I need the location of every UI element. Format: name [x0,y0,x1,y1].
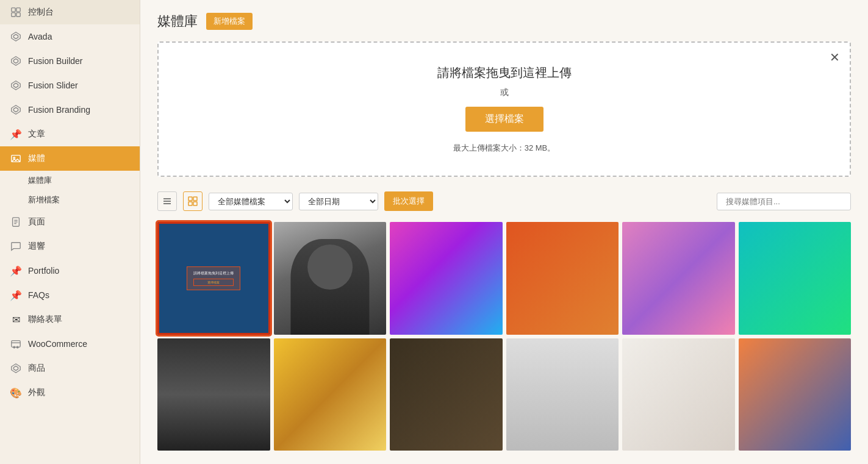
svg-rect-28 [188,202,192,205]
sidebar-item-faqs[interactable]: 📌 FAQs [0,283,140,307]
svg-marker-6 [12,57,20,65]
sidebar-item-label: 迴響 [28,241,45,252]
dashboard-icon [10,6,22,18]
media-icon [10,152,22,165]
sidebar-item-fusion-branding[interactable]: Fusion Branding [0,98,140,122]
sidebar-item-portfolio[interactable]: 📌 Portfolio [0,259,140,283]
svg-marker-10 [12,105,20,114]
fusion-builder-icon [10,55,22,67]
sidebar-item-label: 頁面 [28,216,45,227]
grid-view-button[interactable] [183,191,203,211]
svg-rect-1 [16,8,20,12]
list-view-button[interactable] [157,191,177,211]
svg-rect-29 [193,202,197,205]
sidebar-item-fusion-builder[interactable]: Fusion Builder [0,49,140,73]
sidebar-item-label: 聯絡表單 [28,314,62,325]
sidebar-item-label: Avada [28,32,52,41]
faqs-icon: 📌 [10,289,22,301]
svg-rect-2 [12,13,15,16]
sidebar-item-label: 外觀 [28,387,45,398]
file-size-hint: 最大上傳檔案大小：32 MB。 [171,143,838,154]
portfolio-icon: 📌 [10,265,22,277]
media-grid: 請將檔案拖曳到這裡上傳 選擇檔案 [157,222,851,451]
page-header: 媒體庫 新增檔案 [157,12,851,30]
page-title: 媒體庫 [157,12,198,30]
close-upload-button[interactable]: ✕ [830,50,840,65]
sidebar-item-comments[interactable]: 迴響 [0,234,140,259]
media-item-12[interactable] [739,338,852,451]
media-item-7[interactable] [157,338,270,451]
pages-icon [10,216,22,228]
main-content: 媒體庫 新增檔案 ✕ 請將檔案拖曳到這裡上傳 或 選擇檔案 最大上傳檔案大小：3… [140,0,868,464]
svg-marker-4 [12,32,20,41]
media-type-filter[interactable]: 全部媒體檔案 圖片 影片 [209,193,293,210]
fusion-slider-icon [10,79,22,91]
media-item-11[interactable] [622,338,735,451]
media-item-10[interactable] [506,338,619,451]
date-filter[interactable]: 全部日期 2024年1月 2023年12月 [299,193,378,210]
sidebar-item-products[interactable]: 商品 [0,356,140,380]
sidebar-item-label: Fusion Builder [28,56,83,66]
svg-marker-5 [13,34,18,38]
sidebar-item-label: WooCommerce [28,339,87,349]
svg-marker-8 [12,81,20,90]
sidebar-item-label: 文章 [28,129,45,140]
media-item-1[interactable]: 請將檔案拖曳到這裡上傳 選擇檔案 [157,222,270,335]
woocommerce-icon [10,338,22,350]
svg-marker-22 [13,366,18,370]
sidebar-item-posts[interactable]: 📌 文章 [0,122,140,146]
products-icon [10,362,22,374]
bulk-select-button[interactable]: 批次選擇 [384,191,433,211]
select-file-button[interactable]: 選擇檔案 [465,107,543,132]
sidebar-sub-media-library[interactable]: 媒體庫 [0,171,140,190]
media-item-4[interactable] [506,222,619,335]
media-item-6[interactable] [739,222,852,335]
media-item-5[interactable] [622,222,735,335]
comments-icon [10,240,22,252]
sidebar-item-fusion-slider[interactable]: Fusion Slider [0,73,140,98]
appearance-icon: 🎨 [10,387,22,399]
posts-icon: 📌 [10,128,22,140]
sidebar-item-label: Fusion Branding [28,105,90,115]
svg-rect-26 [188,197,192,201]
media-item-9[interactable] [390,338,503,451]
add-media-label: 新增檔案 [28,195,60,204]
avada-icon [10,30,22,43]
sidebar-item-avada[interactable]: Avada [0,24,140,49]
or-text: 或 [171,87,838,98]
svg-marker-11 [13,107,18,112]
media-item-8[interactable] [274,338,387,451]
svg-rect-0 [12,8,15,12]
svg-rect-3 [16,13,20,16]
sidebar-item-pages[interactable]: 頁面 [0,210,140,234]
sidebar-item-label: FAQs [28,290,49,300]
search-input[interactable] [717,193,851,210]
sidebar-item-label: Fusion Slider [28,80,78,90]
svg-rect-27 [193,197,197,201]
sidebar-item-woocommerce[interactable]: WooCommerce [0,332,140,356]
upload-dropzone[interactable]: ✕ 請將檔案拖曳到這裡上傳 或 選擇檔案 最大上傳檔案大小：32 MB。 [157,41,851,177]
sidebar-sub-add-media[interactable]: 新增檔案 [0,190,140,210]
fusion-branding-icon [10,104,22,116]
media-item-3[interactable] [390,222,503,335]
media-toolbar: 全部媒體檔案 圖片 影片 全部日期 2024年1月 2023年12月 批次選擇 [157,191,851,211]
sidebar-item-appearance[interactable]: 🎨 外觀 [0,380,140,405]
sidebar-item-label: 控制台 [28,7,54,18]
media-library-label: 媒體庫 [28,176,52,185]
sidebar-item-label: 媒體 [28,153,45,164]
sidebar-item-label: 商品 [28,363,45,374]
sidebar-item-dashboard[interactable]: 控制台 [0,0,140,24]
drag-drop-text: 請將檔案拖曳到這裡上傳 [171,65,838,81]
sidebar: 控制台 Avada Fusion Builder Fusion Slider F… [0,0,140,464]
contact-icon: ✉ [10,313,22,326]
media-item-2[interactable] [274,222,387,335]
add-new-button[interactable]: 新增檔案 [206,13,253,30]
sidebar-item-media[interactable]: 媒體 [0,146,140,171]
sidebar-item-contact[interactable]: ✉ 聯絡表單 [0,307,140,332]
sidebar-item-label: Portfolio [28,266,59,276]
svg-marker-21 [12,364,20,373]
svg-marker-9 [13,83,18,87]
svg-rect-18 [12,341,20,348]
svg-marker-7 [13,59,18,63]
